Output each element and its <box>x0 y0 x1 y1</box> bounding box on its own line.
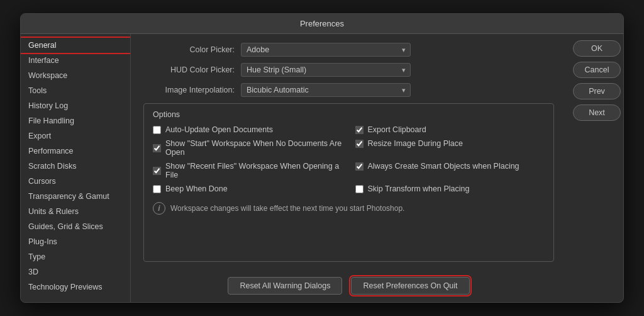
image-interpolation-select-wrapper: Bicubic Automatic <box>241 83 411 97</box>
preferences-dialog: Preferences General Interface Workspace … <box>20 13 624 303</box>
reset-preferences-button[interactable]: Reset Preferences On Quit <box>351 277 469 295</box>
sidebar-item-technology-previews[interactable]: Technology Previews <box>21 279 130 295</box>
sidebar-item-history-log[interactable]: History Log <box>21 98 130 113</box>
checkbox-show-start: Show "Start" Workspace When No Documents… <box>153 139 343 157</box>
sidebar-item-interface[interactable]: Interface <box>21 53 130 68</box>
next-button[interactable]: Next <box>573 104 621 121</box>
color-picker-select[interactable]: Adobe <box>241 43 411 57</box>
ok-button[interactable]: OK <box>573 40 621 57</box>
info-row: i Workspace changes will take effect the… <box>153 198 545 215</box>
checkbox-resize-image: Resize Image During Place <box>355 139 545 148</box>
checkbox-smart-objects: Always Create Smart Objects when Placing <box>355 162 545 171</box>
info-text: Workspace changes will take effect the n… <box>170 204 404 213</box>
color-picker-select-wrapper: Adobe <box>241 43 411 57</box>
dialog-title: Preferences <box>300 19 344 28</box>
sidebar-item-cursors[interactable]: Cursors <box>21 174 130 189</box>
checkbox-smart-objects-input[interactable] <box>355 162 364 171</box>
hud-color-picker-select[interactable]: Hue Strip (Small) <box>241 63 411 77</box>
options-col-left-4: Beep When Done <box>153 184 343 193</box>
sidebar-item-tools[interactable]: Tools <box>21 83 130 98</box>
hud-color-picker-label: HUD Color Picker: <box>143 65 235 74</box>
checkbox-show-recent-input[interactable] <box>153 167 161 175</box>
sidebar-item-workspace[interactable]: Workspace <box>21 68 130 83</box>
sidebar-item-guides-grid-slices[interactable]: Guides, Grid & Slices <box>21 219 130 234</box>
checkbox-show-recent: Show "Recent Files" Workspace When Openi… <box>153 162 343 179</box>
checkbox-resize-image-label: Resize Image During Place <box>368 139 463 148</box>
checkbox-smart-objects-label: Always Create Smart Objects when Placing <box>368 162 519 171</box>
sidebar-item-performance[interactable]: Performance <box>21 144 130 159</box>
options-section: Options Auto-Update Open Documents <box>143 103 554 262</box>
bottom-buttons: Reset All Warning Dialogs Reset Preferen… <box>131 271 567 302</box>
info-icon: i <box>153 202 165 215</box>
checkbox-show-recent-label: Show "Recent Files" Workspace When Openi… <box>165 162 343 179</box>
checkbox-show-start-label: Show "Start" Workspace When No Documents… <box>165 139 343 157</box>
sidebar-item-3d[interactable]: 3D <box>21 264 130 279</box>
right-buttons: OK Cancel Prev Next <box>567 34 623 302</box>
cancel-button[interactable]: Cancel <box>573 62 621 78</box>
sidebar-item-transparency-gamut[interactable]: Transparency & Gamut <box>21 189 130 204</box>
image-interpolation-select[interactable]: Bicubic Automatic <box>241 83 411 97</box>
sidebar-item-scratch-disks[interactable]: Scratch Disks <box>21 159 130 174</box>
options-col-right-3: Always Create Smart Objects when Placing <box>355 162 545 179</box>
image-interpolation-row: Image Interpolation: Bicubic Automatic <box>143 83 554 97</box>
checkbox-auto-update-input[interactable] <box>153 126 161 134</box>
checkbox-beep-label: Beep When Done <box>165 184 228 193</box>
checkbox-export-clipboard: Export Clipboard <box>355 125 545 134</box>
sidebar-item-plug-ins[interactable]: Plug-Ins <box>21 234 130 249</box>
dialog-title-bar: Preferences <box>21 14 623 34</box>
checkbox-skip-transform-input[interactable] <box>355 185 364 193</box>
sidebar: General Interface Workspace Tools Histor… <box>21 34 131 302</box>
sidebar-item-file-handling[interactable]: File Handling <box>21 113 130 128</box>
sidebar-item-export[interactable]: Export <box>21 128 130 144</box>
checkbox-auto-update: Auto-Update Open Documents <box>153 125 343 134</box>
options-col-left-2: Show "Start" Workspace When No Documents… <box>153 139 343 157</box>
main-content: Color Picker: Adobe HUD Color Picker: Hu… <box>131 34 567 271</box>
sidebar-item-type[interactable]: Type <box>21 249 130 264</box>
options-col-right-4: Skip Transform when Placing <box>355 184 545 193</box>
checkbox-export-clipboard-input[interactable] <box>355 126 364 134</box>
options-col-left: Auto-Update Open Documents <box>153 125 343 134</box>
checkbox-skip-transform: Skip Transform when Placing <box>355 184 545 193</box>
checkbox-beep: Beep When Done <box>153 184 343 193</box>
options-col-left-3: Show "Recent Files" Workspace When Openi… <box>153 162 343 179</box>
checkbox-skip-transform-label: Skip Transform when Placing <box>368 184 470 193</box>
color-picker-row: Color Picker: Adobe <box>143 43 554 57</box>
checkbox-export-clipboard-label: Export Clipboard <box>368 125 426 134</box>
dialog-body: General Interface Workspace Tools Histor… <box>21 34 623 302</box>
hud-color-picker-select-wrapper: Hue Strip (Small) <box>241 63 411 77</box>
image-interpolation-label: Image Interpolation: <box>143 86 235 94</box>
options-col-right-2: Resize Image During Place <box>355 139 545 157</box>
options-grid: Auto-Update Open Documents Export Clipbo… <box>153 125 545 193</box>
sidebar-item-units-rulers[interactable]: Units & Rulers <box>21 204 130 219</box>
options-title: Options <box>153 110 545 119</box>
sidebar-item-general[interactable]: General <box>21 38 130 53</box>
color-picker-label: Color Picker: <box>143 45 235 54</box>
checkbox-resize-image-input[interactable] <box>355 140 364 148</box>
checkbox-beep-input[interactable] <box>153 185 161 193</box>
options-col-right: Export Clipboard <box>355 125 545 134</box>
prev-button[interactable]: Prev <box>573 83 621 99</box>
hud-color-picker-row: HUD Color Picker: Hue Strip (Small) <box>143 63 554 77</box>
reset-warning-button[interactable]: Reset All Warning Dialogs <box>228 277 342 295</box>
checkbox-auto-update-label: Auto-Update Open Documents <box>165 125 273 134</box>
checkbox-show-start-input[interactable] <box>153 144 161 152</box>
